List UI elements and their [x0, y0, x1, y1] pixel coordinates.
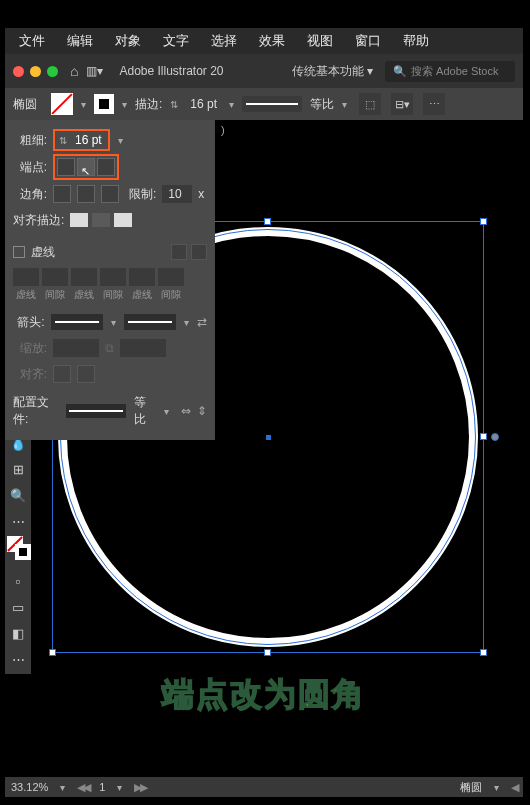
handle-top-mid[interactable]: [264, 218, 271, 225]
cap-butt-button[interactable]: [57, 158, 75, 176]
tool-zoom[interactable]: 🔍: [7, 484, 29, 506]
opacity-icon[interactable]: ⬚: [359, 93, 381, 115]
search-input[interactable]: 🔍 搜索 Adobe Stock: [385, 61, 515, 82]
workspace-preset[interactable]: 传统基本功能 ▾: [292, 63, 373, 80]
screen-mode-icon[interactable]: ▭: [7, 596, 29, 618]
menu-window[interactable]: 窗口: [345, 29, 391, 53]
corner-label: 边角:: [13, 186, 47, 203]
artboard-dd-icon[interactable]: ▾: [115, 782, 124, 793]
cap-round-button[interactable]: ↖: [77, 158, 95, 176]
cursor-icon: ↖: [81, 165, 90, 178]
stroke-label: 描边:: [135, 96, 162, 113]
dash-field-2[interactable]: [42, 268, 68, 286]
close-window[interactable]: [13, 66, 24, 77]
align-stroke-outside-button[interactable]: [114, 213, 132, 227]
dash-field-4[interactable]: [100, 268, 126, 286]
handle-bottom-left[interactable]: [49, 649, 56, 656]
search-placeholder: 搜索 Adobe Stock: [411, 64, 498, 79]
menu-effect[interactable]: 效果: [249, 29, 295, 53]
profile-dropdown[interactable]: [66, 404, 126, 418]
swap-arrows-icon[interactable]: ⇄: [197, 315, 207, 329]
app-bar: ⌂ ▥▾ Adobe Illustrator 20 传统基本功能 ▾ 🔍 搜索 …: [5, 54, 523, 88]
align-stroke-center-button[interactable]: [70, 213, 88, 227]
dash-fields: [13, 268, 207, 286]
arrow-align-extend-button: [53, 365, 71, 383]
stroke-weight-dropdown-icon[interactable]: ▾: [227, 99, 236, 110]
minimize-window[interactable]: [30, 66, 41, 77]
handle-bottom-right[interactable]: [480, 649, 487, 656]
stroke-weight-field[interactable]: 16 pt: [186, 97, 221, 111]
menu-object[interactable]: 对象: [105, 29, 151, 53]
color-mode-icon[interactable]: ▫: [7, 570, 29, 592]
dashed-checkbox[interactable]: [13, 246, 25, 258]
limit-label: 限制:: [129, 186, 156, 203]
flip-across-icon[interactable]: ⇕: [197, 404, 207, 418]
status-dd-icon[interactable]: ▾: [492, 782, 501, 793]
limit-field[interactable]: 10: [162, 185, 192, 203]
cap-projecting-button[interactable]: [97, 158, 115, 176]
status-bar: 33.12% ▾ ◀◀ 1 ▾ ▶▶ 椭圆 ▾ ◀: [5, 777, 523, 797]
stroke-dropdown-icon[interactable]: ▾: [120, 99, 129, 110]
center-point: [266, 435, 271, 440]
stroke-swatch[interactable]: [94, 94, 114, 114]
weight-stepper-icon[interactable]: ⇅: [57, 135, 69, 146]
corner-miter-button[interactable]: [53, 185, 71, 203]
corner-round-button[interactable]: [77, 185, 95, 203]
tool-artboard[interactable]: ⊞: [7, 458, 29, 480]
drawmode-icon[interactable]: ◧: [7, 622, 29, 644]
menu-help[interactable]: 帮助: [393, 29, 439, 53]
stroke-profile-dropdown-icon[interactable]: ▾: [340, 99, 349, 110]
handle-mid-right[interactable]: [480, 433, 487, 440]
dash-field-5[interactable]: [129, 268, 155, 286]
pie-widget[interactable]: [491, 433, 499, 441]
fill-swatch[interactable]: [51, 93, 73, 115]
scroll-left-icon[interactable]: ◀: [511, 781, 517, 794]
fill-stroke-control[interactable]: [7, 536, 29, 566]
stroke-box[interactable]: [15, 544, 31, 560]
profile-label: 配置文件:: [13, 394, 60, 428]
app-title: Adobe Illustrator 20: [119, 64, 223, 78]
arrow-start-dropdown[interactable]: [51, 314, 103, 330]
corner-bevel-button[interactable]: [101, 185, 119, 203]
arrow-end-dd-icon[interactable]: ▾: [182, 317, 191, 328]
profile-dd-icon[interactable]: ▾: [162, 406, 171, 417]
handle-bottom-mid[interactable]: [264, 649, 271, 656]
dash-labels: 虚线间隙虚线间隙虚线间隙: [13, 288, 207, 302]
menu-select[interactable]: 选择: [201, 29, 247, 53]
arrow-align-tip-button: [77, 365, 95, 383]
tool-more[interactable]: ⋯: [7, 510, 29, 532]
profile-value: 等比: [134, 394, 156, 428]
align-stroke-inside-button[interactable]: [92, 213, 110, 227]
maximize-window[interactable]: [47, 66, 58, 77]
handle-top-right[interactable]: [480, 218, 487, 225]
document-tab[interactable]: ): [215, 120, 225, 140]
arrow-end-dropdown[interactable]: [124, 314, 176, 330]
flip-along-icon[interactable]: ⇔: [181, 404, 191, 418]
menu-edit[interactable]: 编辑: [57, 29, 103, 53]
align-icon[interactable]: ⊟▾: [391, 93, 413, 115]
artboard-number[interactable]: 1: [99, 781, 105, 793]
home-icon[interactable]: ⌂: [70, 63, 78, 79]
zoom-level[interactable]: 33.12%: [11, 781, 48, 793]
stroke-profile-preview[interactable]: [242, 96, 302, 112]
artboard-prev-icon[interactable]: ◀◀: [77, 781, 89, 794]
zoom-dropdown-icon[interactable]: ▾: [58, 782, 67, 793]
arrow-start-dd-icon[interactable]: ▾: [109, 317, 118, 328]
dash-align-button[interactable]: [191, 244, 207, 260]
dash-field-3[interactable]: [71, 268, 97, 286]
layout-icon[interactable]: ▥▾: [86, 64, 103, 78]
stroke-stepper-icon[interactable]: ⇅: [168, 99, 180, 110]
more-options-icon[interactable]: ⋯: [423, 93, 445, 115]
edit-toolbar-icon[interactable]: ⋯: [7, 648, 29, 670]
dash-preserve-button[interactable]: [171, 244, 187, 260]
artboard-next-icon[interactable]: ▶▶: [134, 781, 146, 794]
menu-file[interactable]: 文件: [9, 29, 55, 53]
weight-dropdown-icon[interactable]: ▾: [116, 135, 125, 146]
menu-view[interactable]: 视图: [297, 29, 343, 53]
fill-dropdown-icon[interactable]: ▾: [79, 99, 88, 110]
dash-field-6[interactable]: [158, 268, 184, 286]
menu-bar: 文件 编辑 对象 文字 选择 效果 视图 窗口 帮助: [5, 28, 523, 54]
weight-field[interactable]: 16 pt: [71, 133, 106, 147]
dash-field-1[interactable]: [13, 268, 39, 286]
menu-type[interactable]: 文字: [153, 29, 199, 53]
